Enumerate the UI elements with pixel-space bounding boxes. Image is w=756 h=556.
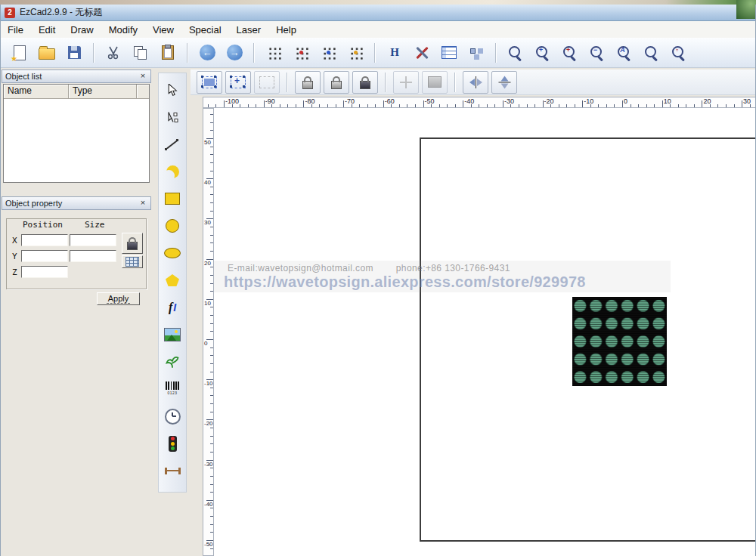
lock-aspect-button[interactable] xyxy=(122,233,143,254)
select-tool-button[interactable] xyxy=(161,79,184,101)
marquee-button[interactable] xyxy=(254,71,280,94)
object-property-title: Object property xyxy=(5,199,62,208)
copy-icon xyxy=(134,46,147,60)
undo-button[interactable] xyxy=(194,42,220,64)
pick-node-icon xyxy=(231,76,246,88)
magnifier-icon xyxy=(643,45,660,61)
cursor-icon xyxy=(168,84,178,97)
v-ruler: 50403020100-10-20-30-40-50 xyxy=(203,108,214,556)
toolbar-separator xyxy=(495,43,497,63)
circle-tool-button[interactable] xyxy=(161,215,184,237)
zoom-page-button[interactable] xyxy=(639,42,665,64)
output-port-tool-button[interactable] xyxy=(161,459,184,482)
pick-object-button[interactable] xyxy=(197,71,222,94)
magnifier-minus-icon: − xyxy=(589,45,606,61)
line-icon xyxy=(165,137,180,151)
pick-node-button[interactable] xyxy=(225,71,251,94)
new-button[interactable] xyxy=(7,42,33,64)
node-edit-tool-button[interactable] xyxy=(161,106,184,128)
delay-tool-button[interactable] xyxy=(161,405,184,428)
object-list-button[interactable] xyxy=(436,42,462,64)
hatch-button[interactable]: H xyxy=(382,42,407,64)
vector-file-tool-button[interactable] xyxy=(161,351,184,373)
input-port-tool-button[interactable] xyxy=(161,432,184,455)
menu-file[interactable]: File xyxy=(0,21,31,38)
line-tool-button[interactable] xyxy=(161,133,184,156)
zoom-move-button[interactable]: + xyxy=(557,42,583,64)
menu-modify[interactable]: Modify xyxy=(101,21,145,38)
open-button[interactable] xyxy=(34,42,60,64)
curve-tool-button[interactable] xyxy=(161,160,184,183)
polygon-tool-button[interactable] xyxy=(161,269,184,292)
axis-move-button[interactable] xyxy=(393,71,419,94)
dot-matrix-3-button[interactable] xyxy=(315,42,341,64)
magnifier-plus-icon: + xyxy=(534,45,551,61)
lock-y-button[interactable] xyxy=(324,71,349,94)
lock-z-button[interactable] xyxy=(352,71,378,94)
toolbar-separator xyxy=(287,73,288,92)
menu-laser[interactable]: Laser xyxy=(229,21,269,38)
copy-button[interactable] xyxy=(128,42,153,64)
apply-button[interactable]: Apply xyxy=(97,292,140,305)
redo-button[interactable] xyxy=(222,42,247,64)
magnifier-box-icon: ▫ xyxy=(671,45,687,61)
position-z-input[interactable] xyxy=(21,266,68,278)
menu-special[interactable]: Special xyxy=(181,21,229,38)
back-arrow-icon xyxy=(200,45,215,60)
lock-x-button[interactable] xyxy=(295,71,321,94)
dot-matrix-4-button[interactable] xyxy=(342,42,368,64)
object-list-header[interactable]: Object list × xyxy=(2,70,151,83)
mirror-vertical-button[interactable] xyxy=(491,71,517,94)
close-icon[interactable]: × xyxy=(138,72,147,81)
menu-view[interactable]: View xyxy=(145,21,181,38)
size-x-input[interactable] xyxy=(70,234,116,246)
param-table-button[interactable] xyxy=(122,255,143,268)
window-title: EzCad2.9.9 - 无标题 xyxy=(20,6,102,19)
axis-z-label: Z xyxy=(12,267,17,277)
title-bar[interactable]: 2 EzCad2.9.9 - 无标题 xyxy=(0,5,756,21)
param-tools-button[interactable] xyxy=(409,42,435,64)
open-folder-icon xyxy=(39,48,55,60)
rectangle-tool-button[interactable] xyxy=(161,187,184,210)
drawing-area[interactable]: E-mail:wavetopsign@hotmail.com phone:+86… xyxy=(214,108,756,556)
menu-draw[interactable]: Draw xyxy=(63,21,101,38)
close-icon[interactable]: × xyxy=(138,199,147,208)
zoom-out-button[interactable]: − xyxy=(584,42,610,64)
zoom-window-button[interactable] xyxy=(503,42,528,64)
zoom-all-button[interactable]: A xyxy=(612,42,637,64)
mirror-horizontal-button[interactable] xyxy=(463,71,488,94)
paste-button[interactable] xyxy=(155,42,181,64)
dot-pattern-object[interactable] xyxy=(572,297,667,386)
forward-arrow-icon xyxy=(227,45,243,60)
nodes-icon xyxy=(469,47,484,59)
watermark-line1: E-mail:wavetopsign@hotmail.com phone:+86… xyxy=(228,263,510,273)
fill-button[interactable] xyxy=(422,71,448,94)
save-button[interactable] xyxy=(61,42,87,64)
object-browse-button[interactable] xyxy=(463,42,489,64)
bitmap-tool-button[interactable] xyxy=(161,323,184,346)
edit-toolbar xyxy=(191,70,756,95)
menu-edit[interactable]: Edit xyxy=(31,21,63,38)
position-x-input[interactable] xyxy=(21,234,68,246)
dot-matrix-2-button[interactable] xyxy=(288,42,314,64)
size-y-input[interactable] xyxy=(70,250,116,262)
dot-matrix-1-button[interactable] xyxy=(261,42,287,64)
position-label: Position xyxy=(23,220,63,230)
dot-matrix-icon xyxy=(294,45,308,60)
zoom-object-button[interactable]: ▫ xyxy=(666,42,692,64)
dot-matrix-icon xyxy=(349,45,363,60)
cut-button[interactable] xyxy=(101,42,126,64)
object-list-table[interactable]: Name Type xyxy=(3,84,150,183)
text-tool-button[interactable]: fI xyxy=(161,296,184,319)
polygon-icon xyxy=(166,274,179,286)
menu-bar: File Edit Draw Modify View Special Laser… xyxy=(0,21,756,39)
object-property-header[interactable]: Object property × xyxy=(2,196,151,210)
barcode-tool-button[interactable]: 0123 xyxy=(161,378,184,400)
zoom-in-button[interactable]: + xyxy=(530,42,556,64)
column-header-type[interactable]: Type xyxy=(69,85,137,98)
hatch-icon: H xyxy=(390,46,399,59)
menu-help[interactable]: Help xyxy=(268,21,304,38)
column-header-name[interactable]: Name xyxy=(4,85,69,98)
position-y-input[interactable] xyxy=(21,250,68,262)
ellipse-tool-button[interactable] xyxy=(161,242,184,264)
